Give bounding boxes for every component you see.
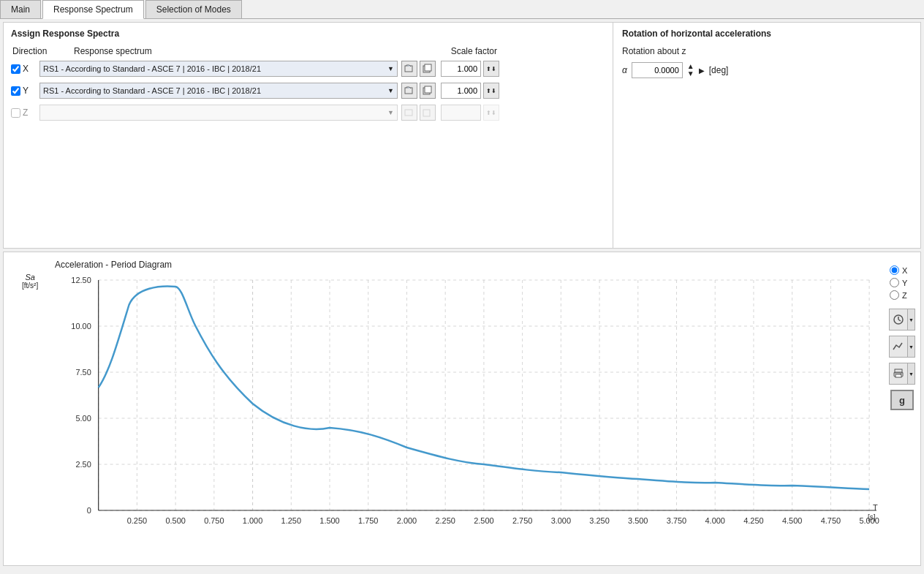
open-icon-x[interactable] [401,61,417,77]
graph-settings-arrow[interactable]: ▼ [907,336,914,357]
radio-x-label: X [902,266,907,275]
radio-item-y: Y [890,278,907,287]
alpha-input[interactable] [632,62,683,78]
alpha-label: α [622,65,627,75]
spectrum-dropdown-x[interactable]: RS1 - According to Standard - ASCE 7 | 2… [39,61,398,77]
spectrum-value-x: RS1 - According to Standard - ASCE 7 | 2… [43,64,387,73]
radio-x[interactable] [890,265,899,275]
clock-icon[interactable] [890,309,907,330]
svg-text:3.250: 3.250 [589,516,609,525]
tab-bar: Main Response Spectrum Selection of Mode… [0,0,924,19]
chart-controls: X Y Z ▼ ▼ [884,252,920,565]
svg-text:4.250: 4.250 [743,516,763,525]
dir-label-x: X [23,64,37,74]
open-icon-y[interactable] [401,83,417,99]
chart-title: Acceleration - Period Diagram [48,260,884,270]
spin-arrows[interactable]: ▲▼ [687,63,694,78]
dropdown-arrow-x: ▼ [387,65,394,72]
dir-label-z: Z [23,107,37,118]
checkbox-y[interactable] [11,86,20,96]
graph-settings-btn[interactable]: ▼ [889,336,915,358]
rotation-section: Rotation of horizontal accelerations Rot… [613,23,920,248]
alpha-unit: [deg] [709,65,729,75]
svg-line-68 [898,320,901,321]
radio-z[interactable] [890,290,899,300]
spectrum-value-y: RS1 - According to Standard - ASCE 7 | 2… [43,86,387,95]
scale-input-x[interactable] [441,61,481,77]
tab-response-spectrum[interactable]: Response Spectrum [42,0,144,19]
svg-text:1.000: 1.000 [243,516,262,525]
svg-text:1.500: 1.500 [319,516,339,525]
row-y: Y RS1 - According to Standard - ASCE 7 |… [11,81,605,100]
svg-text:2.500: 2.500 [474,516,493,525]
svg-point-72 [900,374,901,375]
tab-main[interactable]: Main [0,0,41,18]
row-z: Z ▼ ⬆⬇ [11,103,605,122]
view-settings-arrow[interactable]: ▼ [907,309,914,330]
svg-text:10.00: 10.00 [71,322,91,331]
bottom-panel: Acceleration - Period Diagram Sa [ft/s²]… [3,252,921,566]
radio-y-label: Y [902,279,907,287]
scale-input-z [441,105,481,121]
checkbox-z[interactable] [11,108,20,118]
radio-y[interactable] [890,278,899,287]
assign-spectra-title: Assign Response Spectra [11,29,605,39]
radio-item-x: X [890,265,907,275]
spin-x[interactable]: ⬆⬇ [483,61,499,77]
radio-item-z: Z [890,290,907,300]
dropdown-arrow-y: ▼ [387,87,394,94]
tab-selection-modes[interactable]: Selection of Modes [145,0,242,18]
svg-text:7.50: 7.50 [75,368,91,377]
dropdown-arrow-z: ▼ [387,109,394,116]
g-button[interactable]: g [890,390,914,410]
svg-rect-5 [425,86,431,93]
response-spectrum-header: Response spectrum [74,46,436,56]
svg-rect-6 [405,110,412,116]
svg-text:3.000: 3.000 [551,516,571,525]
open-icon-z [401,105,417,121]
copy-icon-z [420,105,436,121]
assign-spectra-section: Assign Response Spectra Direction Respon… [4,23,613,248]
svg-text:3.750: 3.750 [667,516,686,525]
svg-text:4.500: 4.500 [782,516,802,525]
svg-text:2.50: 2.50 [75,460,91,469]
rotation-subtitle: Rotation about z [622,46,912,56]
svg-text:3.500: 3.500 [628,516,648,525]
chart-radio-group: X Y Z [887,265,917,300]
svg-rect-2 [425,64,431,71]
spin-z: ⬆⬇ [483,105,499,121]
chart-area: Acceleration - Period Diagram Sa [ft/s²]… [4,252,884,565]
print-icon[interactable] [890,363,907,384]
spectrum-dropdown-z: ▼ [39,105,398,121]
svg-text:2.000: 2.000 [397,516,417,525]
y-label-unit: [ft/s²] [22,282,38,290]
svg-text:0.500: 0.500 [165,516,185,525]
row-x: X RS1 - According to Standard - ASCE 7 |… [11,59,605,78]
graph-line-icon[interactable] [890,336,907,357]
svg-text:5.00: 5.00 [75,414,91,423]
print-arrow[interactable]: ▼ [907,363,914,384]
svg-text:12.50: 12.50 [71,276,91,284]
copy-icon-x[interactable] [420,61,436,77]
right-arrow: ▶ [699,67,705,75]
spin-y[interactable]: ⬆⬇ [483,83,499,99]
svg-text:0.250: 0.250 [127,516,147,525]
print-btn[interactable]: ▼ [889,363,915,385]
svg-text:0: 0 [87,506,91,515]
spectrum-dropdown-y[interactable]: RS1 - According to Standard - ASCE 7 | 2… [39,83,398,99]
svg-rect-3 [405,88,412,94]
svg-text:4.750: 4.750 [821,516,841,525]
copy-icon-y[interactable] [420,83,436,99]
g-label: g [899,395,905,406]
svg-rect-71 [895,374,901,377]
checkbox-x[interactable] [11,64,20,74]
view-settings-btn[interactable]: ▼ [889,309,915,331]
y-axis-label: Sa [ft/s²] [22,273,38,290]
chart-container: Sa [ft/s²] .grid-line { stroke: #ccc; st… [55,273,884,536]
scale-input-y[interactable] [441,83,481,99]
direction-header: Direction [12,46,71,56]
svg-text:2.250: 2.250 [435,516,455,525]
svg-text:0.750: 0.750 [204,516,224,525]
svg-text:1.750: 1.750 [358,516,378,525]
top-panel: Assign Response Spectra Direction Respon… [3,22,921,249]
